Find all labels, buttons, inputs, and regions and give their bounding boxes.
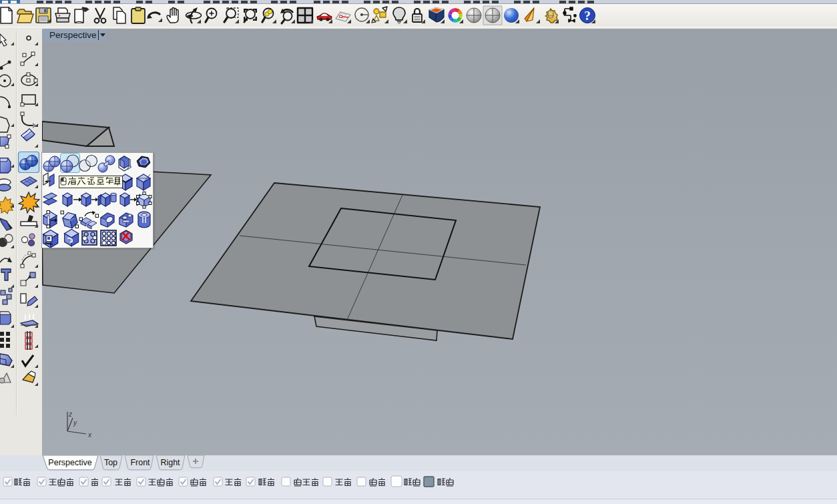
svg-text:x: x [87,431,92,439]
svg-text:?: ? [584,9,591,23]
svg-text:y: y [73,419,77,427]
svg-text:Perspective: Perspective [48,458,91,467]
svg-text:z: z [68,411,72,418]
svg-text:Right: Right [160,458,180,467]
svg-text:Top: Top [104,458,117,467]
svg-text:Front: Front [130,458,150,467]
